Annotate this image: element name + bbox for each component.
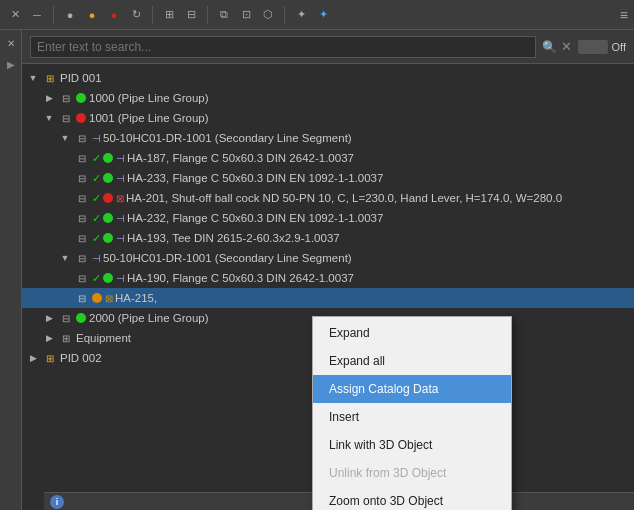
- tool-icon-7[interactable]: ⧉: [215, 6, 233, 24]
- tree-item-label: HA-233, Flange C 50x60.3 DIN EN 1092-1-1…: [127, 172, 383, 184]
- separator-3: [207, 6, 208, 24]
- check-icon: ✓: [92, 212, 101, 225]
- separator-4: [284, 6, 285, 24]
- expand-icon[interactable]: ▶: [42, 331, 56, 345]
- tree-item-label: HA-232, Flange C 50x60.3 DIN EN 1092-1-1…: [127, 212, 383, 224]
- ctx-unlink-3d-label: Unlink from 3D Object: [329, 466, 446, 480]
- check-icon: ✓: [92, 232, 101, 245]
- tree-row[interactable]: ⊟ ✓ ⊣ HA-193, Tee DIN 2615-2-60.3x2.9-1.…: [22, 228, 634, 248]
- segment-icon: ⊟: [74, 250, 90, 266]
- check-icon: ✓: [92, 152, 101, 165]
- tree-row-selected[interactable]: ⊟ ⊠ HA-215,: [22, 288, 634, 308]
- component-icon: ⊣: [116, 273, 125, 284]
- status-dot: [103, 193, 113, 203]
- search-bar: 🔍 ✕ Off: [22, 30, 634, 64]
- tree-row[interactable]: ▼ ⊞ PID 001: [22, 68, 634, 88]
- tool-icon-1[interactable]: ●: [61, 6, 79, 24]
- ctx-link-3d-label: Link with 3D Object: [329, 438, 432, 452]
- group-icon: ⊟: [74, 230, 90, 246]
- tool-icon-3[interactable]: ●: [105, 6, 123, 24]
- tree-row[interactable]: ▼ ⊟ ⊣ 50-10HC01-DR-1001 (Secondary Line …: [22, 128, 634, 148]
- ctx-zoom-3d-label: Zoom onto 3D Object: [329, 494, 443, 508]
- tree-item-label: HA-215,: [115, 292, 157, 304]
- tool-icon-8[interactable]: ⊡: [237, 6, 255, 24]
- tree-row[interactable]: ⊟ ✓ ⊠ HA-201, Shut-off ball cock ND 50-P…: [22, 188, 634, 208]
- component-icon: ⊣: [116, 233, 125, 244]
- search-input[interactable]: [30, 36, 536, 58]
- status-dot: [76, 113, 86, 123]
- toggle-container[interactable]: Off: [578, 40, 626, 54]
- tree-row[interactable]: ⊟ ✓ ⊣ HA-232, Flange C 50x60.3 DIN EN 10…: [22, 208, 634, 228]
- ctx-assign-catalog-label: Assign Catalog Data: [329, 382, 438, 396]
- tool-icon-4[interactable]: ↻: [127, 6, 145, 24]
- status-dot: [92, 293, 102, 303]
- status-dot: [103, 173, 113, 183]
- expand-icon[interactable]: ▶: [42, 311, 56, 325]
- group-icon: ⊟: [74, 170, 90, 186]
- lineseg-icon: ⊣: [92, 133, 101, 144]
- clear-search-icon[interactable]: ✕: [561, 39, 572, 54]
- component-icon: ⊣: [116, 153, 125, 164]
- search-icon[interactable]: 🔍: [542, 40, 557, 54]
- close-icon[interactable]: ✕: [6, 6, 24, 24]
- tree-row[interactable]: ▼ ⊟ ⊣ 50-10HC01-DR-1001 (Secondary Line …: [22, 248, 634, 268]
- status-dot: [103, 233, 113, 243]
- tree-row[interactable]: ⊟ ✓ ⊣ HA-187, Flange C 50x60.3 DIN 2642-…: [22, 148, 634, 168]
- ctx-expand-all[interactable]: Expand all: [313, 347, 511, 375]
- tree-row[interactable]: ⊟ ✓ ⊣ HA-190, Flange C 50x60.3 DIN 2642-…: [22, 268, 634, 288]
- ctx-insert-label: Insert: [329, 410, 359, 424]
- component-icon: ⊠: [105, 293, 113, 304]
- equip-icon: ⊞: [58, 330, 74, 346]
- tree-row[interactable]: ▼ ⊟ 1001 (Pipe Line Group): [22, 108, 634, 128]
- tool-icon-9[interactable]: ⬡: [259, 6, 277, 24]
- expand-icon[interactable]: ▼: [58, 131, 72, 145]
- check-icon: ✓: [92, 192, 101, 205]
- tree-item-label: 50-10HC01-DR-1001 (Secondary Line Segmen…: [103, 132, 352, 144]
- check-icon: ✓: [92, 172, 101, 185]
- main-toolbar: ✕ ─ ● ● ● ↻ ⊞ ⊟ ⧉ ⊡ ⬡ ✦ ✦ ≡: [0, 0, 634, 30]
- ctx-zoom-3d[interactable]: Zoom onto 3D Object: [313, 487, 511, 510]
- side-icon-1[interactable]: ✕: [2, 34, 20, 52]
- ctx-expand[interactable]: Expand: [313, 319, 511, 347]
- ctx-link-3d[interactable]: Link with 3D Object: [313, 431, 511, 459]
- ctx-insert[interactable]: Insert: [313, 403, 511, 431]
- side-toolbar: ✕ ▶: [0, 30, 22, 510]
- expand-icon[interactable]: ▼: [26, 71, 40, 85]
- tool-icon-6[interactable]: ⊟: [182, 6, 200, 24]
- toggle-rect: [578, 40, 608, 54]
- side-icon-2[interactable]: ▶: [2, 55, 20, 73]
- tool-icon-5[interactable]: ⊞: [160, 6, 178, 24]
- menu-icon[interactable]: ≡: [620, 7, 628, 23]
- expand-icon[interactable]: ▶: [26, 351, 40, 365]
- separator-1: [53, 6, 54, 24]
- group-icon: ⊟: [74, 210, 90, 226]
- group-icon: ⊟: [74, 150, 90, 166]
- expand-icon[interactable]: ▼: [58, 251, 72, 265]
- group-icon: ⊟: [74, 190, 90, 206]
- tool-icon-11[interactable]: ✦: [314, 6, 332, 24]
- tool-icon-10[interactable]: ✦: [292, 6, 310, 24]
- group-icon: ⊟: [58, 90, 74, 106]
- expand-icon[interactable]: ▼: [42, 111, 56, 125]
- toggle-label: Off: [612, 41, 626, 53]
- expand-icon[interactable]: ▶: [42, 91, 56, 105]
- ctx-expand-label: Expand: [329, 326, 370, 340]
- pid-icon: ⊞: [42, 70, 58, 86]
- tree-item-label: 1001 (Pipe Line Group): [89, 112, 209, 124]
- tree-row[interactable]: ▶ ⊟ 1000 (Pipe Line Group): [22, 88, 634, 108]
- group-icon: ⊟: [74, 290, 90, 306]
- tree-row[interactable]: ⊟ ✓ ⊣ HA-233, Flange C 50x60.3 DIN EN 10…: [22, 168, 634, 188]
- tree-item-label: PID 001: [60, 72, 102, 84]
- tree-item-label: HA-190, Flange C 50x60.3 DIN 2642-1.0037: [127, 272, 354, 284]
- minimize-icon[interactable]: ─: [28, 6, 46, 24]
- tree-item-label: PID 002: [60, 352, 102, 364]
- component-icon: ⊣: [116, 213, 125, 224]
- ctx-assign-catalog[interactable]: Assign Catalog Data: [313, 375, 511, 403]
- status-dot: [103, 273, 113, 283]
- tool-icon-2[interactable]: ●: [83, 6, 101, 24]
- ctx-unlink-3d: Unlink from 3D Object: [313, 459, 511, 487]
- tree-item-label: Equipment: [76, 332, 131, 344]
- status-dot: [76, 313, 86, 323]
- group-icon: ⊟: [74, 270, 90, 286]
- group-icon: ⊟: [58, 310, 74, 326]
